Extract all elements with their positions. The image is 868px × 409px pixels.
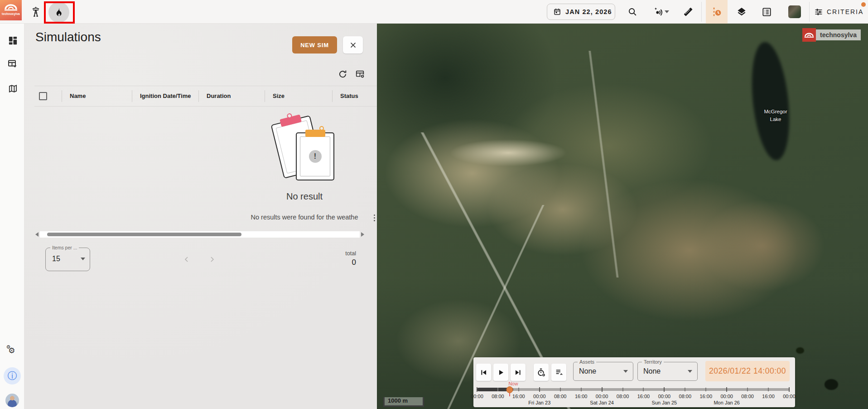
timeline-icon bbox=[711, 6, 723, 18]
basemap-thumbnail-button[interactable] bbox=[788, 5, 801, 18]
territory-select[interactable]: Territory None bbox=[637, 362, 698, 381]
fire-simulations-button[interactable] bbox=[48, 2, 69, 23]
territory-value: None bbox=[643, 367, 661, 375]
date-label: JAN 22, 2026 bbox=[565, 8, 612, 15]
caret-down-icon bbox=[623, 370, 628, 373]
simulations-table-header: NameIgnition Date/TimeDurationSizeStatus bbox=[34, 86, 377, 107]
assets-value: None bbox=[579, 367, 596, 375]
sidebar-table-filter-button[interactable] bbox=[7, 58, 19, 70]
horizontal-scrollbar bbox=[35, 231, 364, 238]
items-per-page-value: 15 bbox=[52, 255, 60, 263]
notification-dot bbox=[861, 2, 866, 7]
timeline-tick-labels: 00:0008:0016:0000:0008:0016:0000:0008:00… bbox=[477, 394, 789, 399]
timeline-day-labels: Fri Jan 23Sat Jan 24Sun Jan 25Mon Jan 26 bbox=[477, 400, 789, 406]
detections-icon bbox=[653, 6, 664, 17]
sidebar: ⚙⚙ ⓘ bbox=[0, 24, 24, 409]
table-filter-icon bbox=[7, 58, 18, 69]
map-scale-bar: 1000 m bbox=[383, 397, 424, 407]
timeline-player: Assets None Territory None 2026/01/22 14… bbox=[473, 357, 795, 407]
toolbar-divider bbox=[701, 2, 702, 22]
next-page-button[interactable] bbox=[206, 253, 218, 266]
sidebar-map-button[interactable] bbox=[7, 83, 19, 94]
criteria-label: CRITERIA bbox=[827, 8, 863, 15]
sidebar-dashboard-button[interactable] bbox=[7, 34, 19, 46]
layers-icon bbox=[736, 6, 747, 17]
sidebar-settings-button[interactable]: ⚙⚙ bbox=[4, 344, 18, 355]
play-button[interactable] bbox=[493, 364, 508, 381]
caret-down-icon bbox=[688, 370, 692, 373]
technosylva-logo[interactable]: technosylva bbox=[0, 0, 22, 20]
power-tower-button[interactable] bbox=[27, 3, 45, 21]
assets-select[interactable]: Assets None bbox=[573, 362, 633, 381]
simulations-panel: Simulations NEW SIM bbox=[24, 24, 377, 409]
column-headers: NameIgnition Date/TimeDurationSizeStatus bbox=[62, 86, 377, 106]
layers-button[interactable] bbox=[733, 3, 751, 21]
detections-button[interactable] bbox=[648, 3, 674, 21]
total-count: total 0 bbox=[345, 250, 356, 267]
column-header[interactable]: Name bbox=[62, 90, 132, 102]
info-icon: ⓘ bbox=[8, 370, 17, 382]
legend-icon bbox=[762, 7, 772, 17]
alert-icon: ! bbox=[309, 150, 322, 163]
territory-label: Territory bbox=[642, 359, 664, 365]
current-timestamp[interactable]: 2026/01/22 14:00:00 bbox=[705, 361, 790, 381]
skip-to-end-button[interactable] bbox=[511, 364, 526, 381]
checkbox-column bbox=[34, 92, 62, 100]
collapse-list-icon bbox=[555, 368, 564, 377]
gear-icon: ⚙ bbox=[8, 346, 15, 355]
user-avatar[interactable] bbox=[5, 394, 19, 407]
new-sim-button[interactable]: NEW SIM bbox=[292, 36, 337, 54]
sidebar-info-button[interactable]: ⓘ bbox=[4, 367, 21, 385]
timelapse-settings-button[interactable] bbox=[534, 364, 549, 381]
collapse-list-button[interactable] bbox=[551, 364, 566, 381]
toolbar-divider bbox=[809, 2, 810, 22]
search-button[interactable] bbox=[623, 3, 641, 21]
kebab-menu-icon[interactable] bbox=[371, 214, 377, 222]
column-header[interactable]: Ignition Date/Time bbox=[132, 90, 198, 102]
table-settings-button[interactable] bbox=[353, 67, 367, 81]
column-header[interactable]: Status bbox=[332, 90, 377, 102]
app-window: technosylva JAN 22, 2026 bbox=[0, 0, 868, 409]
close-panel-button[interactable] bbox=[343, 36, 363, 54]
timeline-toggle-button[interactable] bbox=[706, 0, 728, 24]
skip-to-start-button[interactable] bbox=[476, 364, 491, 381]
pond-shape bbox=[796, 347, 804, 354]
close-icon bbox=[349, 41, 357, 49]
refresh-icon bbox=[338, 69, 347, 79]
watermark-label: technosylva bbox=[816, 29, 861, 40]
satellite-imagery bbox=[377, 24, 868, 409]
items-per-page-label: Items per ... bbox=[50, 245, 79, 250]
scroll-right-arrow[interactable] bbox=[361, 232, 364, 237]
logo-text: technosylva bbox=[2, 12, 20, 15]
column-header[interactable]: Duration bbox=[198, 90, 265, 102]
assets-label: Assets bbox=[578, 359, 596, 365]
technosylva-watermark: technosylva bbox=[802, 28, 861, 42]
total-label: total bbox=[345, 250, 356, 257]
legend-button[interactable] bbox=[757, 3, 776, 21]
criteria-button[interactable]: CRITERIA bbox=[814, 3, 863, 21]
topbar: technosylva JAN 22, 2026 bbox=[0, 0, 868, 24]
scroll-left-arrow[interactable] bbox=[35, 232, 39, 237]
select-all-checkbox[interactable] bbox=[39, 92, 47, 100]
timeline-track[interactable] bbox=[477, 388, 789, 391]
dashboard-icon bbox=[8, 35, 18, 46]
date-picker-button[interactable]: JAN 22, 2026 bbox=[547, 4, 615, 20]
pond-shape bbox=[825, 379, 838, 390]
previous-page-button[interactable] bbox=[180, 253, 193, 266]
map-canvas[interactable]: McGregor Lake technosylva 1000 m bbox=[377, 24, 868, 409]
timeline-now-marker[interactable] bbox=[506, 386, 513, 393]
power-tower-icon bbox=[30, 6, 42, 18]
fire-icon bbox=[54, 7, 64, 18]
scrollbar-track[interactable] bbox=[40, 231, 360, 238]
lake-label: McGregor Lake bbox=[758, 108, 793, 124]
technosylva-logo-icon bbox=[4, 3, 18, 12]
empty-state-message: No results were found for the weathe bbox=[251, 214, 358, 221]
timelapse-settings-icon bbox=[536, 368, 546, 377]
calendar-icon bbox=[553, 8, 561, 16]
measure-button[interactable] bbox=[679, 3, 697, 21]
items-per-page-select[interactable]: Items per ... 15 bbox=[45, 248, 90, 271]
search-icon bbox=[627, 7, 637, 17]
column-header[interactable]: Size bbox=[265, 90, 332, 102]
scrollbar-thumb[interactable] bbox=[47, 233, 241, 236]
refresh-button[interactable] bbox=[335, 67, 350, 81]
